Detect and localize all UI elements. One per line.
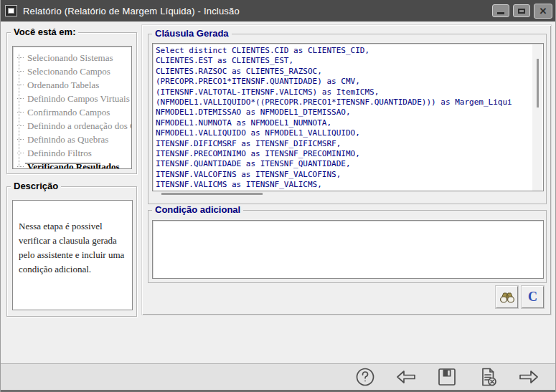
close-button[interactable]: ✕ xyxy=(534,4,552,19)
sql-horizontal-scrollbar[interactable] xyxy=(161,193,263,195)
back-button[interactable] xyxy=(395,366,417,388)
save-button[interactable] xyxy=(436,366,458,388)
tree-twig-icon xyxy=(17,153,24,153)
sql-vertical-scrollbar[interactable] xyxy=(532,44,542,191)
tree-twig-icon xyxy=(17,125,24,126)
step-item[interactable]: Selecionando Campos xyxy=(13,64,131,78)
results-panel: Cláusula Gerada Select distinct CLIENTES… xyxy=(141,24,552,315)
c-button-label: C xyxy=(528,290,537,305)
minimize-button[interactable] xyxy=(492,4,509,17)
sql-clause-textarea[interactable]: Select distinct CLIENTES.CID as CLIENTES… xyxy=(152,43,544,191)
sql-clause-text: Select distinct CLIENTES.CID as CLIENTES… xyxy=(153,44,543,191)
tree-twig-icon xyxy=(17,166,24,167)
save-icon xyxy=(436,366,458,388)
generated-clause-groupbox: Cláusula Gerada Select distinct CLIENTES… xyxy=(148,34,547,204)
document-delete-icon xyxy=(477,366,499,388)
step-item[interactable]: Selecionando Sistemas xyxy=(13,51,131,64)
step-item[interactable]: Confirmando Campos xyxy=(13,105,131,119)
forward-button[interactable] xyxy=(518,366,539,388)
steps-listbox[interactable]: Selecionando Sistemas Selecionando Campo… xyxy=(12,46,132,169)
report-wizard-window: Relatório (Relatório de Margem Líquida) … xyxy=(0,0,556,392)
verify-clause-button[interactable] xyxy=(496,286,518,308)
description-groupbox: Descrição Nessa etapa é possivel verific… xyxy=(6,186,137,317)
steps-horizontal-scrollbar[interactable] xyxy=(25,163,100,164)
forward-arrow-icon xyxy=(518,366,539,388)
discard-button[interactable] xyxy=(477,366,499,388)
step-item[interactable]: Definindo Filtros xyxy=(13,146,131,160)
description-text: Nessa etapa é possivel verificar a claus… xyxy=(12,200,133,310)
tree-twig-icon xyxy=(17,112,24,113)
step-item[interactable]: Definindo as Quebras xyxy=(13,133,131,146)
help-button[interactable] xyxy=(354,366,376,388)
tree-twig-icon xyxy=(17,85,24,85)
additional-condition-groupbox: Condição adicional xyxy=(148,210,547,283)
step-item[interactable]: Definindo a ordenação dos Can xyxy=(13,119,131,133)
step-item-current[interactable]: Verificando Resultados xyxy=(13,160,131,169)
wizard-toolbar xyxy=(1,363,556,392)
titlebar: Relatório (Relatório de Margem Líquida) … xyxy=(1,0,556,21)
sql-vertical-scrollbar-thumb[interactable] xyxy=(537,59,539,107)
maximize-button[interactable] xyxy=(513,4,530,17)
minimize-icon xyxy=(497,12,504,14)
generated-clause-title: Cláusula Gerada xyxy=(152,28,232,39)
tree-twig-icon xyxy=(17,98,24,99)
c-button[interactable]: C xyxy=(522,286,544,308)
tree-twig-icon xyxy=(17,71,24,72)
steps-group-title: Você está em: xyxy=(11,27,78,38)
step-item[interactable]: Definindo Campos Virtuais xyxy=(13,92,131,105)
back-arrow-icon xyxy=(395,366,417,388)
maximize-icon xyxy=(518,9,525,14)
binoculars-icon xyxy=(499,291,515,304)
close-icon: ✕ xyxy=(539,6,547,16)
tree-twig-icon xyxy=(17,57,24,58)
steps-groupbox: Você está em: Selecionando Sistemas Sele… xyxy=(6,32,137,174)
additional-condition-textarea[interactable] xyxy=(152,220,544,279)
description-group-title: Descrição xyxy=(11,181,61,192)
help-icon xyxy=(354,366,376,388)
tree-twig-icon xyxy=(17,139,24,140)
additional-condition-title: Condição adicional xyxy=(152,204,243,216)
step-item[interactable]: Ordenando Tabelas xyxy=(13,78,131,92)
app-window-icon xyxy=(5,5,17,16)
window-title: Relatório (Relatório de Margem Líquida) … xyxy=(23,6,240,16)
